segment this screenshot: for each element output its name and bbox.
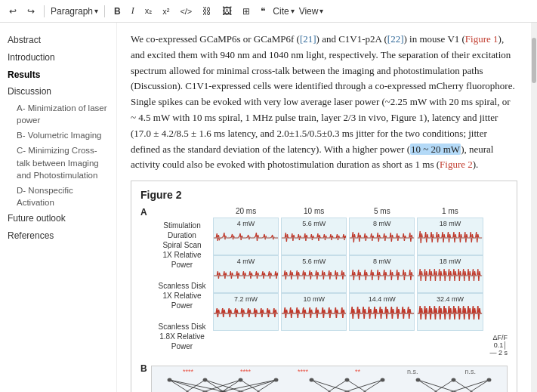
sidebar-item-minimization[interactable]: A- Minimization of laser power [8, 100, 109, 128]
row-scanless-1x: 4 mW 5.6 mW [213, 255, 483, 293]
cell-spiral-1ms: 18 mW [417, 218, 483, 255]
cell-spiral-20ms: 4 mW [213, 218, 279, 255]
toolbar-divider-1 [44, 5, 45, 17]
col-10ms: 10 ms [281, 207, 347, 215]
val-scanless1x-5ms: 8 mW [350, 258, 414, 265]
svg-point-32 [452, 378, 456, 382]
sidebar-item-references[interactable]: References [8, 227, 109, 245]
figure-2-title: Figure 2 [140, 189, 508, 201]
val-scanless1x-20ms: 4 mW [214, 258, 278, 265]
val-spiral-1ms: 18 mW [418, 220, 482, 227]
cell-scanless18x-1ms: 32.4 mW [417, 293, 483, 331]
waveform-scanless1x-5ms [350, 265, 414, 286]
val-spiral-5ms: 8 mW [350, 220, 414, 227]
panel-b-content: **** **** **** ** n.s. n.s. [151, 366, 508, 392]
superscript-button[interactable]: x² [159, 5, 172, 17]
toolbar: ↩ ↪ Paragraph ▾ B I x₂ x² </> ⛓ 🖼 ⊞ ❝ Ci… [0, 0, 537, 23]
sidebar-item-future[interactable]: Future outlook [8, 210, 109, 227]
svg-point-33 [487, 378, 492, 382]
cell-scanless1x-1ms: 18 mW [417, 255, 483, 293]
svg-point-30 [381, 378, 385, 382]
panel-b-label: B [140, 361, 151, 374]
column-headers: 20 ms 10 ms 5 ms 1 ms [213, 207, 483, 215]
cell-scanless18x-10ms: 10 mW [281, 293, 347, 331]
waveform-scanless1x-1ms [418, 265, 482, 286]
col-1ms: 1 ms [417, 207, 483, 215]
waveform-spiral-1ms [418, 227, 482, 248]
waveform-scanless1x-10ms [282, 265, 346, 286]
panel-a-row-labels: StimulationDuration Spiral Scan1X Relati… [156, 207, 208, 357]
cite-dropdown[interactable]: Cite ▾ [273, 6, 294, 17]
waveform-scanless18x-10ms [282, 303, 346, 324]
sidebar-item-crosstalk[interactable]: C- Minimizing Cross-talk between Imaging… [8, 143, 109, 182]
val-scanless18x-5ms: 14.4 mW [350, 295, 414, 303]
scrollbar[interactable] [531, 23, 537, 392]
row-spiral: 4 mW 5.6 mW [213, 218, 483, 255]
quote-button[interactable]: ❝ [258, 5, 268, 18]
waveform-spiral-10ms [282, 227, 346, 248]
bold-button[interactable]: B [111, 5, 124, 18]
val-scanless18x-1ms: 32.4 mW [418, 295, 482, 303]
svg-point-26 [239, 378, 243, 382]
main-layout: Abstract Introduction Results Discussion… [0, 23, 537, 392]
view-dropdown[interactable]: View ▾ [299, 6, 324, 17]
figure2-link[interactable]: Figure 2 [440, 159, 473, 170]
cell-scanless18x-20ms: 7.2 mW [213, 293, 279, 331]
svg-point-24 [168, 378, 172, 382]
figure-2-box: Figure 2 A StimulationDuration Spiral Sc… [131, 181, 517, 392]
italic-button[interactable]: I [128, 4, 137, 18]
panel-a-data-grid: 20 ms 10 ms 5 ms 1 ms 4 mW [213, 207, 483, 357]
subscript-button[interactable]: x₂ [142, 5, 156, 17]
val-scanless1x-10ms: 5.6 mW [282, 258, 346, 265]
cell-scanless1x-10ms: 5.6 mW [281, 255, 347, 293]
sidebar-item-introduction[interactable]: Introduction [8, 49, 109, 66]
link-button[interactable]: ⛓ [199, 5, 214, 18]
row-scanless-18x: 7.2 mW 10 mW [213, 293, 483, 331]
sidebar-item-abstract[interactable]: Abstract [8, 32, 109, 49]
waveform-scanless18x-1ms [418, 303, 482, 324]
paragraph-dropdown[interactable]: Paragraph ▾ [51, 6, 98, 17]
figure-2-content: A StimulationDuration Spiral Scan1X Rela… [140, 207, 508, 392]
sidebar: Abstract Introduction Results Discussion… [0, 23, 117, 392]
scrollbar-thumb[interactable] [532, 38, 536, 83]
sidebar-item-results[interactable]: Results [8, 66, 109, 84]
figure1-link[interactable]: Figure 1 [465, 33, 498, 45]
image-button[interactable]: 🖼 [219, 4, 235, 18]
row-label-scanless-1x: Scanless Disk1X Relative Power [156, 275, 208, 316]
panel-a: A StimulationDuration Spiral Scan1X Rela… [140, 207, 508, 357]
val-spiral-10ms: 5.6 mW [282, 220, 346, 227]
waveform-spiral-20ms [214, 227, 278, 248]
sidebar-item-volumetric[interactable]: B- Volumetric Imaging [8, 128, 109, 143]
sidebar-item-discussion[interactable]: Discussion [8, 83, 109, 100]
waveform-scanless18x-5ms [350, 303, 414, 324]
row-label-scanless-18x: Scanless Disk1.8X Relative Power [156, 316, 208, 357]
stim-duration-label: StimulationDuration [156, 221, 208, 234]
panel-a-label: A [140, 207, 151, 357]
cell-scanless18x-5ms: 14.4 mW [349, 293, 415, 331]
val-scanless1x-1ms: 18 mW [418, 258, 482, 265]
svg-point-28 [310, 378, 314, 382]
highlight-power: 10 ~ 20 mW [410, 144, 461, 155]
panel-b-svg: 1 [152, 372, 507, 392]
table-button[interactable]: ⊞ [239, 5, 253, 18]
redo-button[interactable]: ↪ [24, 5, 38, 18]
toolbar-divider-2 [104, 5, 105, 17]
col-20ms: 20 ms [213, 207, 279, 215]
val-scanless18x-20ms: 7.2 mW [214, 295, 278, 303]
waveform-scanless1x-20ms [214, 265, 278, 286]
code-button[interactable]: </> [177, 5, 195, 17]
main-paragraph: We co-expressed GCaMP6s or GCaMP6f ([21]… [131, 32, 517, 173]
col-5ms: 5 ms [349, 207, 415, 215]
svg-point-25 [203, 378, 208, 382]
cell-scanless1x-5ms: 8 mW [349, 255, 415, 293]
svg-point-31 [416, 378, 421, 382]
cell-spiral-5ms: 8 mW [349, 218, 415, 255]
scale-bar: ΔF/F 0.1│ — 2 s [487, 207, 508, 357]
ref-22-link[interactable]: [22] [387, 33, 404, 45]
scale-label-dfof: ΔF/F [492, 334, 508, 341]
undo-button[interactable]: ↩ [6, 5, 20, 18]
ref-21-link[interactable]: [21] [300, 33, 316, 45]
scale-label-01: 0.1│ [494, 341, 508, 349]
sidebar-item-nonspecific[interactable]: D- Nonspecific Activation [8, 183, 109, 210]
svg-point-29 [345, 378, 350, 382]
